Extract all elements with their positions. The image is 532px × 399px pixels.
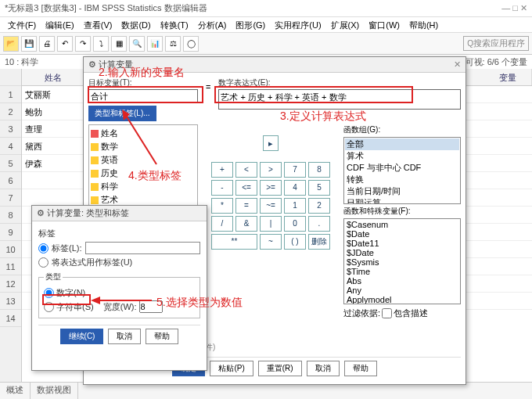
var-item: 历史: [91, 167, 196, 180]
cell-name[interactable]: 艾丽斯: [22, 86, 84, 102]
goto-icon[interactable]: ⤵: [93, 36, 109, 52]
key[interactable]: 5: [308, 180, 330, 196]
key-delete[interactable]: 删除: [308, 234, 330, 250]
expr-as-label-radio[interactable]: [38, 257, 49, 268]
filter-checkbox[interactable]: [382, 308, 392, 318]
compute-titlebar[interactable]: ⚙ 计算变量 ✕: [84, 57, 466, 73]
reset-button[interactable]: 重置(R): [258, 361, 302, 376]
window-title: *无标题3 [数据集3] - IBM SPSS Statistics 数据编辑器: [5, 2, 207, 14]
label-radio[interactable]: [38, 243, 49, 253]
key[interactable]: /: [211, 216, 233, 232]
col-name[interactable]: 姓名: [22, 69, 84, 85]
help-button[interactable]: 帮助: [344, 361, 377, 376]
filter-chk-label: 包含描述: [394, 307, 428, 319]
expression-input[interactable]: 艺术 + 历史 + 科学 + 英语 + 数学: [218, 89, 461, 110]
menu-graphs[interactable]: 图形(G): [232, 19, 268, 31]
key[interactable]: 2: [308, 198, 330, 214]
target-input[interactable]: [88, 89, 198, 103]
tab-dataview[interactable]: 数据视图: [31, 383, 78, 399]
window-controls[interactable]: — □ ✕: [501, 3, 527, 13]
expr-label: 数字表达式(E):: [218, 77, 461, 88]
key[interactable]: .: [308, 216, 330, 232]
cell-name[interactable]: [22, 172, 84, 189]
width-input[interactable]: [139, 300, 163, 313]
open-icon[interactable]: 📂: [3, 36, 19, 52]
undo-icon[interactable]: ↶: [57, 36, 73, 52]
type-section-title: 类型: [44, 271, 63, 282]
key[interactable]: |: [260, 216, 282, 232]
key[interactable]: >=: [260, 180, 282, 196]
menu-edit[interactable]: 编辑(E): [42, 19, 77, 31]
menu-transform[interactable]: 转换(T): [157, 19, 192, 31]
menu-window[interactable]: 窗口(W): [365, 19, 403, 31]
label-input[interactable]: [85, 242, 201, 254]
string-radio[interactable]: [44, 302, 54, 312]
cell-name[interactable]: [22, 189, 84, 206]
col-var[interactable]: 变量: [483, 69, 532, 85]
key[interactable]: +: [211, 162, 233, 178]
type-titlebar[interactable]: ⚙ 计算变量: 类型和标签: [32, 206, 207, 221]
key[interactable]: *: [211, 198, 233, 214]
find-icon[interactable]: 🔍: [129, 36, 145, 52]
func-group-label: 函数组(G):: [343, 124, 461, 135]
key[interactable]: <: [235, 162, 257, 178]
help-button[interactable]: 帮助: [146, 329, 178, 344]
key[interactable]: **: [211, 234, 257, 250]
menu-view[interactable]: 查看(V): [81, 19, 116, 31]
key[interactable]: 0: [284, 216, 306, 232]
weight-icon[interactable]: ⚖: [165, 36, 181, 52]
select-icon[interactable]: ◯: [183, 36, 199, 52]
search-box[interactable]: Q 搜索应用程序: [463, 36, 529, 51]
label-section-title: 标签: [38, 228, 200, 239]
scale-icon: [91, 143, 99, 151]
key[interactable]: -: [211, 180, 233, 196]
key[interactable]: >: [260, 162, 282, 178]
keypad: + < > 7 8 - <= >= 4 5 * = ~= 1 2 / &: [211, 162, 330, 250]
equals-sign: =: [203, 77, 214, 92]
key[interactable]: 7: [284, 162, 306, 178]
save-icon[interactable]: 💾: [21, 36, 37, 52]
key[interactable]: ~: [260, 234, 282, 250]
scale-icon: [91, 183, 99, 191]
func-group-list[interactable]: 全部 算术 CDF 与非中心 CDF 转换 当前日期/时间 日期运算 日期创建: [343, 137, 461, 204]
cell-name[interactable]: 伊森: [22, 155, 84, 171]
menu-data[interactable]: 数据(D): [118, 19, 153, 31]
key[interactable]: ~=: [260, 198, 282, 214]
menu-help[interactable]: 帮助(H): [406, 19, 441, 31]
move-right-button[interactable]: ▸: [263, 135, 279, 151]
cell-name[interactable]: 黛西: [22, 138, 84, 154]
var-item: 科学: [91, 180, 196, 193]
gear-icon: ⚙: [88, 59, 96, 70]
cancel-button[interactable]: 取消: [307, 361, 340, 376]
key[interactable]: =: [235, 198, 257, 214]
cell-name[interactable]: 查理: [22, 120, 84, 137]
key[interactable]: &: [235, 216, 257, 232]
var-item: 英语: [91, 153, 196, 167]
print-icon[interactable]: 🖨: [39, 36, 55, 52]
key[interactable]: <=: [235, 180, 257, 196]
key[interactable]: 1: [284, 198, 306, 214]
continue-button[interactable]: 继续(C): [60, 329, 104, 344]
menu-extensions[interactable]: 扩展(X): [328, 19, 363, 31]
key[interactable]: ( ): [284, 234, 306, 250]
menu-analyze[interactable]: 分析(A): [195, 19, 230, 31]
paste-button[interactable]: 粘贴(P): [210, 361, 253, 376]
scale-icon: [91, 196, 99, 204]
cell-name[interactable]: 鲍勃: [22, 103, 84, 120]
cancel-button[interactable]: 取消: [108, 329, 141, 344]
type-label-button[interactable]: 类型和标签(L)...: [88, 106, 156, 121]
tab-overview[interactable]: 概述: [0, 383, 31, 399]
row-numbers: 1234567891011121314: [0, 69, 22, 385]
status-left: 10 : 科学: [5, 56, 38, 68]
key[interactable]: 8: [308, 162, 330, 178]
numeric-radio[interactable]: [44, 288, 54, 298]
close-icon[interactable]: ✕: [454, 59, 461, 70]
menu-file[interactable]: 文件(F): [5, 19, 39, 31]
redo-icon[interactable]: ↷: [75, 36, 91, 52]
func-vars-list[interactable]: $Casenum$Date$Date11$JDate$Sysmis$TimeAb…: [343, 218, 461, 304]
vars-icon[interactable]: ▦: [111, 36, 127, 52]
func-vars-label: 函数和特殊变量(F):: [343, 206, 461, 217]
chart-icon[interactable]: 📊: [147, 36, 163, 52]
key[interactable]: 4: [284, 180, 306, 196]
menu-utilities[interactable]: 实用程序(U): [271, 19, 324, 31]
